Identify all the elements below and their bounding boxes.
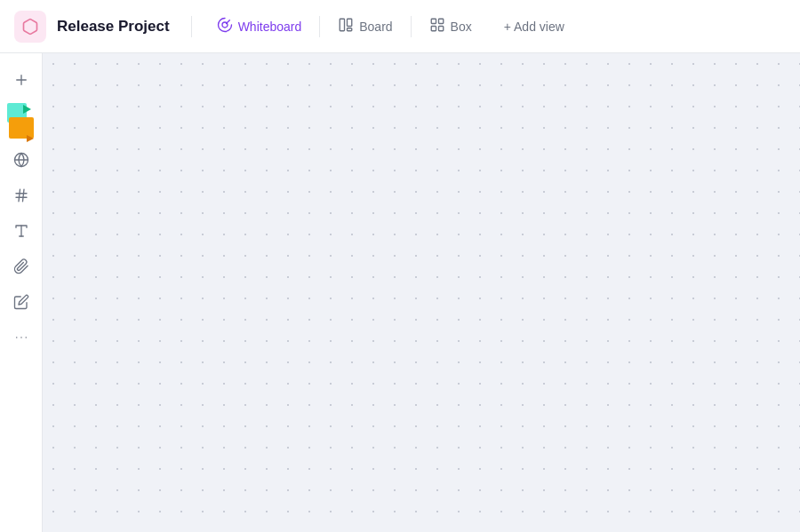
more-button[interactable] (5, 322, 37, 353)
svg-point-18 (16, 337, 18, 338)
board-icon (338, 17, 354, 36)
svg-point-20 (25, 337, 27, 338)
app-header: Release Project Whiteboard (0, 0, 800, 53)
tab-box-label: Box (451, 20, 472, 34)
hashtag-button[interactable] (5, 179, 37, 211)
svg-rect-3 (348, 28, 352, 31)
tab-board[interactable]: Board (327, 12, 403, 41)
svg-rect-1 (340, 19, 344, 31)
add-view-button[interactable]: + Add view (493, 14, 575, 39)
text-button[interactable] (5, 215, 37, 247)
tab-board-label: Board (359, 20, 392, 34)
whiteboard-icon (217, 17, 233, 36)
svg-line-15 (22, 189, 24, 202)
add-button[interactable] (5, 64, 37, 96)
attachment-button[interactable] (5, 250, 37, 282)
box-icon (429, 17, 445, 36)
svg-rect-7 (438, 27, 443, 31)
main-layout (0, 53, 800, 532)
project-title: Release Project (57, 18, 170, 36)
tab-whiteboard[interactable]: Whiteboard (206, 12, 313, 41)
tab-divider-2 (411, 16, 412, 37)
whiteboard-canvas[interactable] (43, 53, 800, 532)
sticky-notes-tool[interactable] (5, 101, 37, 139)
svg-rect-6 (431, 27, 436, 31)
sticky-orange (9, 117, 34, 139)
tab-whiteboard-label: Whiteboard (238, 20, 302, 34)
nav-tabs: Whiteboard Board (206, 12, 483, 41)
tab-divider-1 (319, 16, 320, 37)
svg-rect-5 (438, 19, 443, 23)
sidebar (0, 53, 43, 532)
add-view-label: + Add view (504, 20, 564, 34)
draw-button[interactable] (5, 286, 37, 318)
svg-point-19 (20, 337, 22, 338)
arrow-icon (23, 105, 31, 114)
header-divider (191, 16, 192, 37)
svg-rect-4 (431, 19, 436, 23)
tab-box[interactable]: Box (419, 12, 483, 41)
project-icon (14, 11, 46, 43)
svg-rect-2 (348, 19, 352, 26)
globe-button[interactable] (5, 144, 37, 176)
svg-line-14 (19, 189, 20, 202)
